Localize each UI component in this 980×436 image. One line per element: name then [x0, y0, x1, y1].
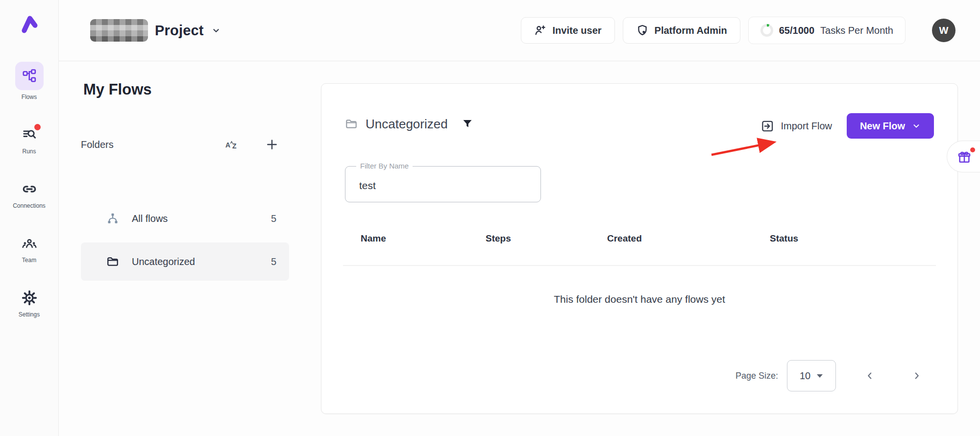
svg-text:Z: Z — [232, 142, 237, 150]
chevron-right-icon — [911, 370, 922, 381]
sidebar-item-team[interactable]: Team — [0, 234, 58, 264]
funnel-icon — [462, 118, 473, 130]
user-avatar[interactable]: W — [932, 19, 956, 42]
tasks-usage-badge[interactable]: 65/1000 Tasks Per Month — [748, 17, 906, 44]
next-page-button[interactable] — [908, 367, 925, 384]
folder-item-uncategorized[interactable]: Uncategorized 5 — [81, 242, 289, 281]
sidebar-item-runs[interactable]: Runs — [0, 125, 58, 155]
column-header-status: Status — [770, 233, 798, 244]
empty-state-message: This folder doesn't have any flows yet — [321, 293, 957, 305]
chevron-left-icon — [864, 370, 875, 381]
gift-notification-dot — [970, 147, 975, 152]
page-size-value: 10 — [800, 370, 810, 382]
import-flow-button[interactable]: Import Flow — [761, 120, 832, 133]
project-title: Project — [155, 23, 204, 39]
project-switcher[interactable]: Project — [90, 19, 221, 42]
card-actions: Import Flow New Flow — [761, 113, 934, 139]
activepieces-arrow-icon — [18, 13, 41, 35]
topbar: Project Invite user Platform Admin 65/10 — [59, 0, 980, 61]
sidebar-item-label: Connections — [13, 202, 46, 209]
rewards-gift-tab[interactable] — [947, 141, 980, 172]
folders-panel: Folders A Z — [81, 135, 289, 281]
sort-folders-button[interactable]: A Z — [222, 136, 241, 153]
platform-admin-button[interactable]: Platform Admin — [623, 17, 740, 44]
tasks-usage-count: 65/1000 — [779, 25, 814, 36]
new-flow-button[interactable]: New Flow — [847, 113, 934, 139]
tasks-progress-ring-icon — [760, 24, 773, 37]
flows-card: Uncategorized Import Flow New Flow — [321, 83, 958, 414]
page-title: My Flows — [83, 81, 152, 98]
avatar-initial: W — [939, 25, 949, 36]
folder-item-label: Uncategorized — [132, 256, 195, 267]
sidebar-nav: Flows Runs — [0, 62, 58, 342]
gear-icon — [15, 288, 44, 308]
platform-admin-label: Platform Admin — [655, 25, 727, 36]
column-header-steps: Steps — [486, 233, 511, 244]
table-header-divider — [343, 265, 936, 266]
runs-notification-dot — [34, 124, 41, 130]
runs-search-list-icon — [15, 125, 44, 145]
sidebar-item-label: Flows — [22, 94, 37, 100]
workflow-icon — [15, 62, 44, 90]
person-plus-icon — [534, 24, 547, 37]
page-size-label: Page Size: — [735, 371, 778, 381]
new-flow-label: New Flow — [860, 121, 905, 132]
card-folder-title-group: Uncategorized — [345, 116, 475, 132]
folder-item-label: All flows — [132, 213, 168, 224]
previous-page-button[interactable] — [861, 367, 878, 384]
sidebar-item-connections[interactable]: Connections — [0, 179, 58, 209]
svg-text:A: A — [225, 141, 230, 149]
sidebar-item-label: Team — [22, 257, 36, 264]
import-box-arrow-icon — [761, 120, 774, 133]
shield-icon — [636, 24, 649, 37]
sidebar-item-settings[interactable]: Settings — [0, 288, 58, 318]
filter-by-name-input[interactable] — [345, 167, 540, 202]
app-root: Flows Runs — [0, 0, 980, 436]
folder-item-all-flows[interactable]: All flows 5 — [81, 199, 289, 238]
main-content: My Flows Folders A Z — [59, 61, 980, 436]
page-size-select[interactable]: 10 — [787, 360, 836, 391]
pagination: Page Size: 10 — [735, 360, 925, 391]
folders-section-title: Folders — [81, 139, 114, 150]
folders-header: Folders A Z — [81, 135, 289, 154]
invite-user-label: Invite user — [553, 25, 602, 36]
chevron-down-icon — [211, 25, 221, 36]
link-icon — [15, 179, 44, 199]
sort-alpha-icon: A Z — [224, 138, 239, 151]
invite-user-button[interactable]: Invite user — [521, 17, 615, 44]
redacted-project-name — [90, 19, 148, 42]
activepieces-logo-icon[interactable] — [16, 11, 43, 37]
sidebar-item-label: Settings — [19, 311, 40, 318]
plus-icon — [266, 138, 278, 151]
chevron-down-icon — [912, 121, 921, 130]
import-flow-label: Import Flow — [781, 121, 832, 132]
dropdown-triangle-icon — [816, 373, 823, 378]
filter-by-name-field: Filter By Name — [345, 166, 541, 202]
filter-flows-button[interactable] — [460, 116, 475, 132]
folder-icon — [345, 118, 358, 130]
sidebar-item-label: Runs — [22, 148, 36, 155]
column-header-name: Name — [361, 233, 386, 244]
card-folder-title: Uncategorized — [366, 117, 448, 132]
folder-item-count: 5 — [271, 256, 276, 267]
gift-icon — [957, 149, 972, 164]
folder-item-count: 5 — [271, 213, 276, 224]
tasks-usage-label: Tasks Per Month — [820, 25, 893, 36]
sidebar-item-flows[interactable]: Flows — [0, 62, 58, 100]
folder-icon — [106, 255, 119, 268]
flows-table-header: Name Steps Created Status — [321, 233, 957, 248]
sidebar: Flows Runs — [0, 0, 59, 436]
column-header-created: Created — [607, 233, 642, 244]
add-folder-button[interactable] — [264, 136, 280, 153]
hierarchy-icon — [106, 212, 119, 225]
people-icon — [15, 234, 44, 253]
